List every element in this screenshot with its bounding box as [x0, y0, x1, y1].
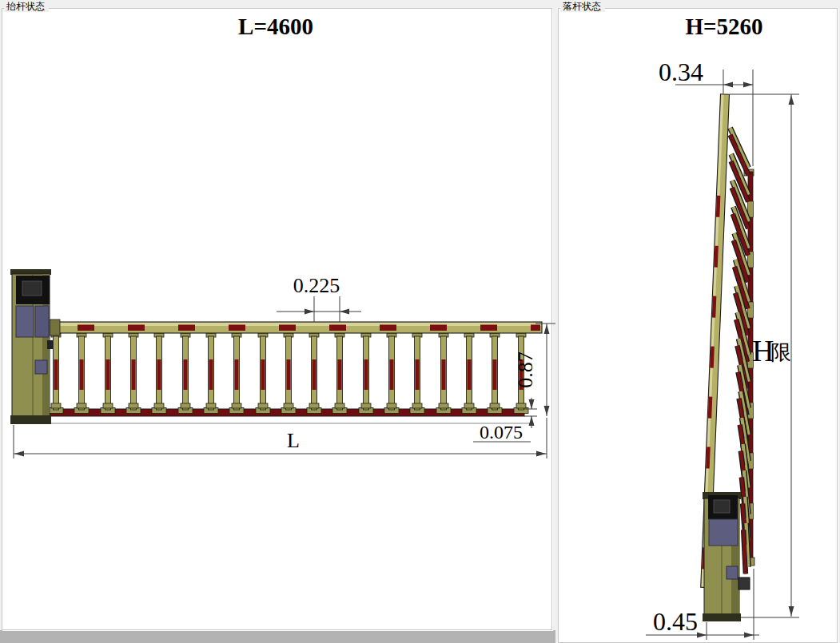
groupbox-lowered-state: 落杆状态	[559, 1, 838, 643]
dim-base-width-text: 0.45	[653, 607, 698, 636]
dim-rail-thickness-text: 0.075	[480, 422, 523, 443]
bottom-strip	[0, 630, 555, 643]
dim-spacing-text: 0.225	[293, 274, 340, 297]
cabinet-vent-panel	[16, 306, 34, 337]
barrier-cabinet-left	[10, 269, 53, 424]
cabinet-vent-panel	[35, 306, 49, 337]
dim-height-suffix-text: 限	[770, 340, 791, 364]
pole-pivot	[738, 578, 750, 589]
cabinet-button-panel	[727, 566, 738, 579]
group-label-raised: 抬杆状态	[6, 1, 45, 12]
cabinet-vent-panel	[709, 519, 738, 546]
cabinet-display-screen	[22, 281, 42, 296]
cabinet-display-screen	[714, 500, 730, 513]
cabinet-base	[703, 613, 741, 621]
cabinet-base	[10, 415, 51, 424]
groupbox-raised-state: 抬杆状态	[2, 1, 553, 631]
technical-drawing-canvas: 抬杆状态 落杆状态 L=4600	[0, 0, 840, 643]
cabinet-knob	[47, 340, 53, 349]
left-heading: L=4600	[238, 14, 313, 39]
fence-top-rail	[50, 320, 542, 335]
right-heading: H=5260	[685, 14, 762, 39]
cabinet-button-panel	[35, 360, 47, 374]
dim-fence-height-text: 0.87	[514, 351, 537, 388]
barrier-gate-status-view: 抬杆状态 落杆状态 L=4600	[0, 0, 840, 643]
dim-fold-width-text: 0.34	[659, 58, 703, 86]
dim-length-text: L	[287, 429, 300, 452]
group-label-lowered: 落杆状态	[563, 1, 601, 12]
